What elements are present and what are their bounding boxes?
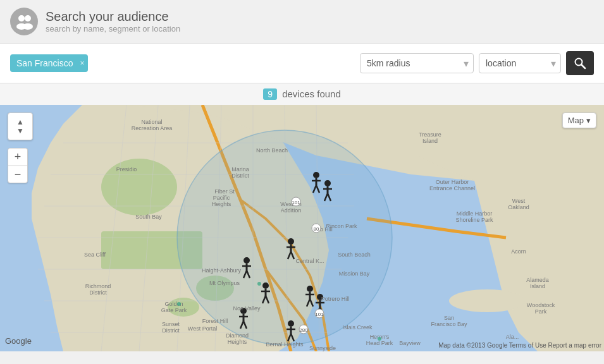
svg-text:Mt Olympus: Mt Olympus: [209, 280, 240, 286]
search-icon: [574, 57, 586, 70]
svg-text:North Beach: North Beach: [256, 147, 288, 154]
svg-text:101: 101: [315, 312, 324, 317]
svg-text:Recreation Area: Recreation Area: [132, 125, 173, 131]
svg-point-70: [288, 320, 294, 327]
svg-text:Shoreline Park: Shoreline Park: [455, 217, 493, 223]
radius-select[interactable]: 5km radius 1km radius 10km radius 25km r…: [360, 53, 474, 73]
map-type-chevron: ▾: [586, 116, 591, 125]
svg-text:Forest Hill: Forest Hill: [202, 318, 228, 324]
svg-text:Pacific: Pacific: [213, 195, 230, 201]
search-tag-value: San Francisco: [16, 58, 73, 68]
compass-up-icon: ▲: [16, 118, 24, 126]
zoom-out-button[interactable]: −: [8, 166, 28, 183]
svg-text:District: District: [231, 173, 249, 179]
svg-text:Woodstock: Woodstock: [527, 302, 555, 308]
header: Search your audience search by name, seg…: [0, 0, 604, 44]
svg-text:National: National: [141, 119, 162, 125]
svg-text:80: 80: [314, 226, 319, 232]
svg-text:Gate Park: Gate Park: [161, 307, 187, 313]
svg-text:Diamond: Diamond: [226, 332, 249, 339]
svg-text:Haight-Ashbury: Haight-Ashbury: [202, 267, 242, 274]
page-title: Search your audience: [46, 9, 180, 24]
svg-text:Google: Google: [5, 336, 32, 346]
svg-text:Alameda: Alameda: [526, 277, 549, 283]
svg-text:Island: Island: [422, 138, 438, 144]
svg-text:Sunnyside: Sunnyside: [309, 345, 336, 351]
svg-text:Richmond: Richmond: [85, 283, 111, 289]
svg-text:Francisco Bay: Francisco Bay: [431, 321, 467, 327]
svg-text:Bayview: Bayview: [399, 340, 421, 346]
page-subtitle: search by name, segment or location: [46, 24, 180, 33]
svg-text:West Portal: West Portal: [188, 325, 217, 332]
avatar-icon: [10, 8, 38, 35]
compass-down-icon: ▼: [16, 126, 24, 135]
svg-text:Park: Park: [535, 308, 547, 315]
map-controls: ▲ ▼ + −: [8, 112, 33, 183]
svg-point-0: [18, 15, 25, 21]
svg-text:West: West: [512, 198, 526, 204]
svg-text:Mission Bay: Mission Bay: [339, 270, 370, 277]
search-tag[interactable]: San Francisco ×: [10, 54, 88, 72]
svg-text:Islais Creek: Islais Creek: [342, 324, 373, 331]
svg-text:Bernal Heights: Bernal Heights: [266, 341, 304, 348]
svg-point-35: [324, 180, 331, 186]
location-select-wrapper: location name segment: [479, 53, 561, 73]
radius-select-wrapper: 5km radius 1km radius 10km radius 25km r…: [360, 53, 474, 73]
search-button[interactable]: [566, 51, 594, 75]
svg-text:Fiber St: Fiber St: [214, 188, 235, 195]
svg-text:Acorn: Acorn: [511, 248, 526, 255]
svg-text:Treasure: Treasure: [419, 131, 441, 138]
svg-text:Island: Island: [530, 283, 545, 289]
svg-point-55: [307, 286, 313, 292]
svg-text:Heights: Heights: [212, 201, 231, 207]
compass-button[interactable]: ▲ ▼: [8, 112, 33, 140]
search-bar: San Francisco × 5km radius 1km radius 10…: [0, 44, 604, 83]
header-text: Search your audience search by name, seg…: [46, 9, 180, 33]
svg-text:Rincon Park: Rincon Park: [326, 223, 357, 229]
svg-point-30: [313, 172, 319, 178]
results-count: 9: [263, 88, 277, 100]
svg-text:San: San: [444, 315, 454, 321]
svg-text:Outer Harbor: Outer Harbor: [436, 179, 469, 185]
svg-text:Addition: Addition: [281, 207, 302, 214]
svg-point-10: [449, 289, 525, 312]
svg-text:Potrero Hill: Potrero Hill: [321, 296, 350, 302]
svg-text:Central K...: Central K...: [295, 258, 324, 264]
svg-point-12: [101, 159, 177, 215]
svg-point-139: [378, 337, 381, 341]
map-type-control[interactable]: Map ▾: [562, 112, 596, 128]
svg-line-5: [581, 64, 585, 68]
svg-text:Sea Cliff: Sea Cliff: [84, 252, 106, 258]
svg-text:District: District: [89, 289, 107, 296]
results-label: devices found: [282, 88, 341, 99]
location-select[interactable]: location name segment: [479, 53, 561, 73]
svg-point-137: [177, 302, 181, 306]
svg-text:Ala...: Ala...: [506, 334, 519, 340]
map-container[interactable]: National Recreation Area Presidio South …: [0, 105, 604, 351]
svg-point-45: [288, 238, 294, 245]
svg-text:Sunset: Sunset: [162, 321, 180, 327]
results-bar: 9 devices found: [0, 83, 604, 105]
map-background: National Recreation Area Presidio South …: [0, 105, 604, 351]
svg-text:101: 101: [292, 200, 300, 205]
svg-point-29: [177, 130, 392, 345]
google-logo-svg: Google: [5, 335, 37, 346]
svg-text:280: 280: [299, 327, 308, 333]
svg-text:Head Park: Head Park: [366, 340, 393, 346]
svg-point-138: [257, 282, 261, 286]
map-type-label: Map: [568, 116, 584, 125]
svg-point-3: [23, 23, 33, 30]
svg-text:Noe Valley: Noe Valley: [233, 305, 261, 312]
svg-text:Entrance Channel: Entrance Channel: [429, 185, 475, 191]
svg-text:Presidio: Presidio: [116, 166, 137, 173]
svg-point-50: [262, 282, 269, 289]
svg-point-40: [243, 257, 250, 264]
search-tag-close[interactable]: ×: [80, 59, 84, 68]
svg-text:South Bay: South Bay: [135, 214, 162, 220]
svg-point-2: [25, 15, 31, 21]
svg-text:District: District: [162, 327, 180, 334]
svg-text:Marina: Marina: [231, 166, 249, 173]
map-attribution[interactable]: Map data ©2013 Google Terms of Use Repor…: [438, 342, 601, 349]
svg-text:Oakland: Oakland: [508, 204, 529, 210]
zoom-in-button[interactable]: +: [8, 148, 28, 166]
